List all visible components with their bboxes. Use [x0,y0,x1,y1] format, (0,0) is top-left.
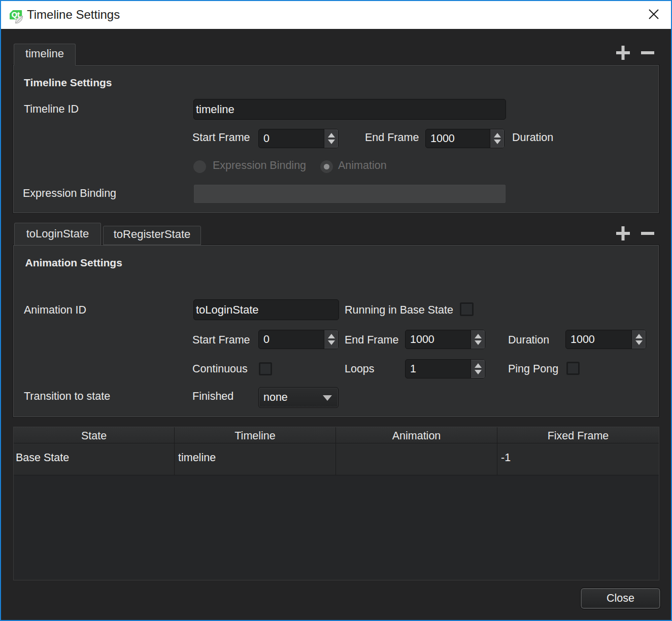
svg-text:Qt: Qt [12,11,20,19]
